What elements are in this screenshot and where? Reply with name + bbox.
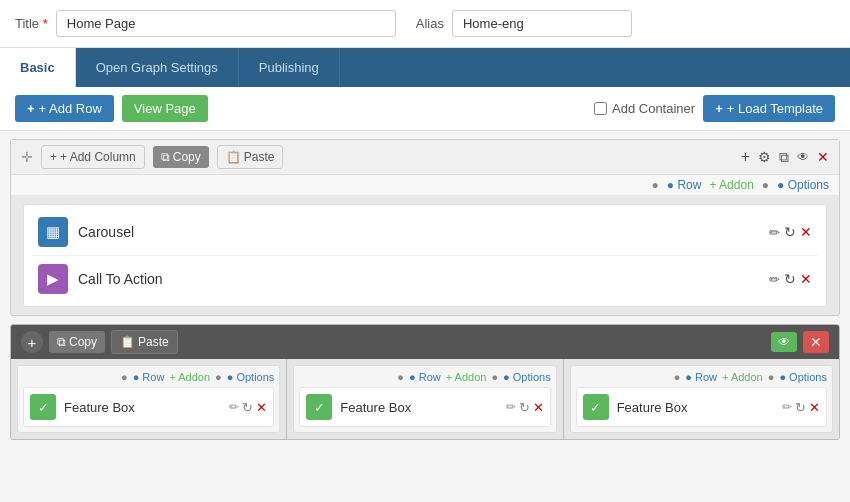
row2-delete-button[interactable]: ✕ [803, 331, 829, 353]
col1-row-label[interactable]: ● Row [133, 371, 165, 383]
row1-column-content: ▦ Carousel ✏ ↻ ✕ ▶ Call To Action ✏ ↻ ✕ [23, 204, 827, 307]
row1-add-column-button[interactable]: + + Add Column [41, 145, 145, 169]
row1-addon-label[interactable]: + Addon [709, 178, 753, 192]
col3-addon-label[interactable]: + Addon [722, 371, 763, 383]
col3-delete-button[interactable]: ✕ [809, 400, 820, 415]
row2-paste-icon: 📋 [120, 335, 135, 349]
addon-call-to-action: ▶ Call To Action ✏ ↻ ✕ [32, 256, 818, 302]
call-to-action-icon: ▶ [38, 264, 68, 294]
row1-paste-button[interactable]: 📋 Paste [217, 145, 284, 169]
col2-row-dot: ● [397, 371, 404, 383]
title-input[interactable] [56, 10, 396, 37]
col1-refresh-button[interactable]: ↻ [242, 400, 253, 415]
row1-delete-button[interactable]: ✕ [817, 149, 829, 165]
carousel-delete-button[interactable]: ✕ [800, 224, 812, 240]
tab-basic[interactable]: Basic [0, 48, 76, 87]
col1-feature-icon: ✓ [30, 394, 56, 420]
alias-label: Alias [416, 16, 444, 31]
row1-plus-icon-button[interactable]: + [741, 148, 750, 166]
col1-row-dot: ● [121, 371, 128, 383]
tabs-bar: Basic Open Graph Settings Publishing [0, 48, 850, 87]
row1-eye-button[interactable]: 👁 [797, 150, 809, 164]
row1-options-label[interactable]: ● Options [777, 178, 829, 192]
row2-col-3: ● ● Row + Addon ● ● Options ✓ Feature Bo… [564, 359, 839, 439]
row-2-section: + ⧉ Copy 📋 Paste 👁 ✕ ● ● Row + Ad [10, 324, 840, 440]
alias-input[interactable] [452, 10, 632, 37]
row2-col3-actions-bar: ● ● Row + Addon ● ● Options [576, 371, 827, 383]
call-to-action-actions: ✏ ↻ ✕ [769, 271, 812, 287]
call-to-action-name: Call To Action [78, 271, 769, 287]
col3-feature-box: ✓ Feature Box ✏ ↻ ✕ [576, 387, 827, 427]
row2-col-2: ● ● Row + Addon ● ● Options ✓ Feature Bo… [287, 359, 563, 439]
main-toolbar: + + Add Row View Page Add Container + + … [0, 87, 850, 131]
col2-options-label[interactable]: ● Options [503, 371, 551, 383]
add-row-button[interactable]: + + Add Row [15, 95, 114, 122]
col3-options-label[interactable]: ● Options [779, 371, 827, 383]
add-container-label: Add Container [612, 101, 695, 116]
col3-row-dot: ● [674, 371, 681, 383]
plus-icon: + [27, 101, 35, 116]
col1-edit-button[interactable]: ✏ [229, 400, 239, 415]
col2-row-label[interactable]: ● Row [409, 371, 441, 383]
row1-move-button[interactable]: ✛ [21, 149, 33, 165]
col2-addon-label[interactable]: + Addon [446, 371, 487, 383]
row1-copy-button[interactable]: ⧉ Copy [153, 146, 209, 168]
col1-feature-name: Feature Box [64, 400, 229, 415]
row1-copy-icon: ⧉ [161, 150, 170, 164]
col3-options-dot: ● [768, 371, 775, 383]
row1-actions-bar: ● ● Row + Addon ● ● Options [11, 175, 839, 196]
col1-delete-button[interactable]: ✕ [256, 400, 267, 415]
cta-edit-button[interactable]: ✏ [769, 272, 780, 287]
cta-delete-button[interactable]: ✕ [800, 271, 812, 287]
col3-feature-name: Feature Box [617, 400, 782, 415]
view-page-button[interactable]: View Page [122, 95, 208, 122]
row2-paste-button[interactable]: 📋 Paste [111, 330, 178, 354]
add-container-checkbox[interactable] [594, 102, 607, 115]
cta-refresh-button[interactable]: ↻ [784, 271, 796, 287]
load-template-button[interactable]: + + Load Template [703, 95, 835, 122]
col1-options-label[interactable]: ● Options [227, 371, 275, 383]
col1-feature-box: ✓ Feature Box ✏ ↻ ✕ [23, 387, 274, 427]
row1-copy-action-button[interactable]: ⧉ [779, 149, 789, 166]
load-template-icon: + [715, 101, 723, 116]
row1-row-dot: ● [652, 178, 659, 192]
title-field-group: Title * [15, 10, 396, 37]
carousel-edit-button[interactable]: ✏ [769, 225, 780, 240]
col3-row-label[interactable]: ● Row [685, 371, 717, 383]
col3-feature-icon: ✓ [583, 394, 609, 420]
row2-copy-button[interactable]: ⧉ Copy [49, 331, 105, 353]
row2-eye-button[interactable]: 👁 [771, 332, 797, 352]
carousel-refresh-button[interactable]: ↻ [784, 224, 796, 240]
row1-column-header: ✛ + + Add Column ⧉ Copy 📋 Paste + ⚙ ⧉ 👁 … [11, 140, 839, 175]
row2-col-1: ● ● Row + Addon ● ● Options ✓ Feature Bo… [11, 359, 287, 439]
row2-columns: ● ● Row + Addon ● ● Options ✓ Feature Bo… [11, 359, 839, 439]
title-label: Title * [15, 16, 48, 31]
row-1-section: ✛ + + Add Column ⧉ Copy 📋 Paste + ⚙ ⧉ 👁 … [10, 139, 840, 316]
row2-header: + ⧉ Copy 📋 Paste 👁 ✕ [11, 325, 839, 359]
row1-gear-button[interactable]: ⚙ [758, 149, 771, 165]
carousel-actions: ✏ ↻ ✕ [769, 224, 812, 240]
col2-delete-button[interactable]: ✕ [533, 400, 544, 415]
row1-row-label[interactable]: ● Row [667, 178, 702, 192]
alias-field-group: Alias [416, 10, 632, 37]
row2-col1-actions-bar: ● ● Row + Addon ● ● Options [23, 371, 274, 383]
col2-edit-button[interactable]: ✏ [506, 400, 516, 415]
col2-refresh-button[interactable]: ↻ [519, 400, 530, 415]
col1-addon-label[interactable]: + Addon [169, 371, 210, 383]
tab-open-graph[interactable]: Open Graph Settings [76, 48, 239, 87]
col1-options-dot: ● [215, 371, 222, 383]
col3-edit-button[interactable]: ✏ [782, 400, 792, 415]
col2-feature-box: ✓ Feature Box ✏ ↻ ✕ [299, 387, 550, 427]
carousel-name: Carousel [78, 224, 769, 240]
row1-paste-icon: 📋 [226, 150, 241, 164]
row2-col2-actions-bar: ● ● Row + Addon ● ● Options [299, 371, 550, 383]
row2-add-button[interactable]: + [21, 331, 43, 353]
row2-col2-inner: ● ● Row + Addon ● ● Options ✓ Feature Bo… [293, 365, 556, 433]
col2-feature-name: Feature Box [340, 400, 505, 415]
add-container-group: Add Container [594, 101, 695, 116]
row2-col3-inner: ● ● Row + Addon ● ● Options ✓ Feature Bo… [570, 365, 833, 433]
col2-feature-icon: ✓ [306, 394, 332, 420]
tab-publishing[interactable]: Publishing [239, 48, 340, 87]
addon-carousel: ▦ Carousel ✏ ↻ ✕ [32, 209, 818, 256]
col3-refresh-button[interactable]: ↻ [795, 400, 806, 415]
